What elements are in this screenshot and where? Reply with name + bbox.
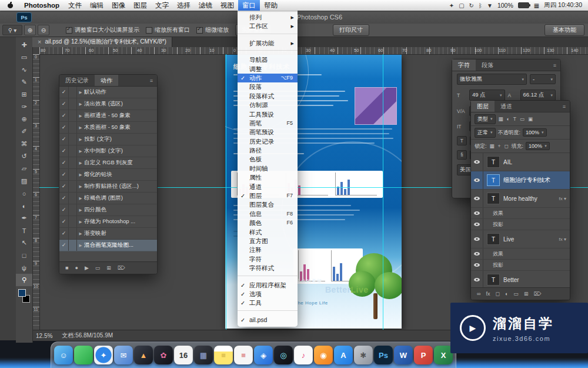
panel-tab[interactable]: 历史记录 bbox=[59, 75, 95, 86]
dock-app-icon[interactable]: ☺ bbox=[54, 346, 73, 364]
tool-button[interactable]: ⊞ bbox=[16, 88, 32, 101]
dock-app-icon[interactable]: ◎ bbox=[274, 346, 293, 364]
dock-app-icon[interactable]: P bbox=[414, 346, 433, 364]
visibility-toggle[interactable] bbox=[471, 171, 483, 189]
tool-button[interactable]: ↺ bbox=[16, 150, 32, 163]
vertical-guide-right[interactable] bbox=[383, 54, 383, 330]
close-icon[interactable]: × bbox=[38, 38, 41, 45]
layer-filter-icon[interactable]: ▦ bbox=[498, 116, 504, 122]
check-icon[interactable]: ✓ bbox=[59, 216, 69, 227]
window-menu-item[interactable]: 颜色 F6 bbox=[238, 218, 298, 227]
expand-arrow-icon[interactable]: ▶ bbox=[77, 90, 84, 95]
check-icon[interactable]: ✓ bbox=[59, 240, 69, 251]
tool-button[interactable]: ▭ bbox=[16, 51, 32, 64]
menu-app-name[interactable]: Photoshop bbox=[19, 2, 64, 9]
expand-arrow-icon[interactable]: ▶ bbox=[77, 173, 84, 177]
action-item[interactable]: ✓ ▶ 熔化的铅块 bbox=[59, 169, 157, 181]
check-icon[interactable]: ✓ bbox=[59, 193, 69, 204]
menu-bar-item[interactable]: 滤镜 bbox=[195, 0, 216, 11]
fill-select[interactable]: 100%▾ bbox=[526, 142, 550, 150]
expand-arrow-icon[interactable]: ▶ bbox=[77, 196, 84, 201]
dock-app-icon[interactable]: ✦ bbox=[94, 346, 113, 364]
layers-footer-icon[interactable]: ◻ bbox=[495, 291, 499, 297]
tool-button[interactable]: T bbox=[16, 224, 32, 237]
layer-filter-icon[interactable]: ◐ bbox=[506, 116, 510, 122]
action-item[interactable]: ✓ ▶ 投影 (文字) bbox=[59, 134, 157, 145]
layers-footer-icon[interactable]: ▭ bbox=[513, 291, 519, 297]
dialog-toggle-box[interactable] bbox=[69, 193, 77, 204]
expand-arrow-icon[interactable]: ▶ bbox=[77, 161, 84, 165]
actions-footer-icon[interactable]: ⌦ bbox=[118, 265, 125, 271]
visibility-toggle[interactable] bbox=[471, 230, 483, 248]
zoom-in-button[interactable]: ⊕ bbox=[24, 25, 36, 35]
foreground-color-swatch[interactable] bbox=[18, 289, 26, 297]
dialog-toggle-box[interactable] bbox=[69, 87, 77, 98]
tool-button[interactable]: ✑ bbox=[16, 101, 32, 113]
expand-arrow-icon[interactable]: ▶ bbox=[77, 243, 84, 248]
layer-filter-icon[interactable]: T bbox=[513, 116, 517, 122]
document-size-info[interactable]: 文档:56.8M/105.9M bbox=[62, 331, 113, 340]
expand-arrow-icon[interactable]: ▶ bbox=[77, 149, 84, 154]
dock-app-icon[interactable]: ◈ bbox=[254, 346, 273, 364]
dialog-toggle-box[interactable] bbox=[69, 145, 77, 157]
panel-menu-icon[interactable]: ≡ bbox=[146, 75, 157, 86]
dock-app-icon[interactable]: ✉ bbox=[114, 346, 133, 364]
check-icon[interactable]: ✓ bbox=[59, 98, 69, 110]
layers-footer-icon[interactable]: ◐ bbox=[505, 291, 508, 297]
tool-button[interactable]: □ bbox=[16, 249, 32, 261]
check-icon[interactable]: ✓ bbox=[59, 204, 69, 216]
dialog-toggle-box[interactable] bbox=[69, 134, 77, 145]
action-item[interactable]: ✓ ▶ 渐变映射 bbox=[59, 228, 157, 240]
dock-app-icon[interactable]: ✱ bbox=[354, 346, 373, 364]
layer-row[interactable]: T 效果 bbox=[471, 208, 570, 219]
menu-bar-item[interactable]: 选择 bbox=[173, 0, 195, 11]
font-family-select[interactable]: 微软雅黑▾ bbox=[457, 74, 527, 85]
dock-app-icon[interactable]: ♪ bbox=[294, 346, 313, 364]
status-menu-icon[interactable]: ↻ bbox=[469, 2, 474, 9]
lock-icon[interactable]: ▦ bbox=[489, 143, 495, 149]
window-menu-item[interactable]: 图层复合 bbox=[238, 200, 298, 209]
window-menu-item[interactable]: 工作区 ▶ bbox=[238, 22, 298, 31]
action-item[interactable]: ✓ ▶ 存储为 Photoshop ... bbox=[59, 216, 157, 228]
menu-bar-item[interactable]: 帮助 bbox=[260, 0, 282, 11]
window-menu-item[interactable]: 段落样式 bbox=[238, 92, 298, 101]
option-checkbox[interactable]: 调整窗口大小以满屏显示 bbox=[66, 26, 139, 34]
font-style-select[interactable]: -▾ bbox=[530, 74, 556, 84]
tool-button[interactable]: ⌘ bbox=[16, 138, 32, 150]
actions-footer-icon[interactable]: ▭ bbox=[95, 265, 101, 271]
panel-tab[interactable]: 通道 bbox=[495, 101, 518, 112]
window-menu-item[interactable]: 工具预设 bbox=[238, 110, 298, 119]
tool-button[interactable]: ⊕ bbox=[16, 113, 32, 125]
dialog-toggle-box[interactable] bbox=[69, 204, 77, 216]
layer-row[interactable]: T Better bbox=[471, 271, 570, 287]
dock-app-icon[interactable]: ✿ bbox=[154, 346, 173, 364]
visibility-toggle[interactable] bbox=[471, 153, 483, 171]
actions-footer-icon[interactable]: ⊞ bbox=[106, 265, 111, 271]
tool-button[interactable]: ψ bbox=[16, 261, 32, 274]
document-tab[interactable]: × ail.psd @ 12.5%(细胞治疗专利技术, CMYK/8*) bbox=[32, 37, 172, 47]
option-checkbox[interactable]: 缩放所有窗口 bbox=[146, 26, 190, 34]
text-style-button[interactable]: T bbox=[457, 136, 467, 145]
window-menu-item[interactable]: ✓ 选项 bbox=[238, 290, 298, 299]
layer-row[interactable]: T Live bbox=[471, 230, 570, 248]
menu-bar-item[interactable]: 窗口 bbox=[238, 0, 260, 11]
opentype-feature-button[interactable]: fi bbox=[457, 150, 467, 160]
layers-footer-icon[interactable]: ∞ bbox=[477, 291, 480, 297]
check-icon[interactable]: ✓ bbox=[59, 110, 69, 121]
window-menu-item[interactable]: 调整 bbox=[238, 65, 298, 74]
action-item[interactable]: ✓ ▶ 默认动作 bbox=[59, 87, 157, 98]
expand-arrow-icon[interactable]: ▶ bbox=[77, 220, 84, 224]
font-size-select[interactable]: 49 点▾ bbox=[469, 89, 505, 101]
window-menu-item[interactable]: 画笔 F5 bbox=[238, 119, 298, 128]
check-icon[interactable]: ✓ bbox=[59, 87, 69, 98]
layer-row[interactable]: T AIL bbox=[471, 153, 570, 171]
battery-icon[interactable] bbox=[518, 2, 529, 8]
window-menu-item[interactable]: ✓ 动作 ⌥F9 bbox=[238, 74, 298, 82]
window-menu-item[interactable]: 属性 bbox=[238, 173, 298, 182]
dock-app-icon[interactable]: ≡ bbox=[214, 346, 233, 364]
lock-icon[interactable]: + bbox=[497, 143, 502, 149]
window-menu-item[interactable]: 样式 bbox=[238, 228, 298, 237]
tool-button[interactable]: ✚ bbox=[16, 39, 32, 51]
layer-row[interactable]: T 投影 bbox=[471, 260, 570, 271]
window-menu-item[interactable]: 色板 bbox=[238, 155, 298, 164]
